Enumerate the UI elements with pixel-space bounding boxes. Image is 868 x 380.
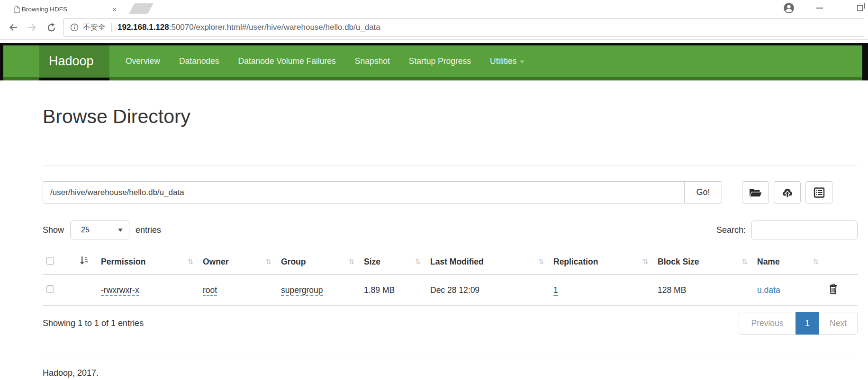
footer-divider — [43, 356, 858, 356]
search-group: Search: — [716, 221, 858, 239]
header-replication[interactable]: Replication⇅ — [550, 250, 654, 274]
address-bar[interactable]: 不安全 192.168.1.128:50070/explorer.html#/u… — [63, 18, 864, 37]
tab-strip: Browsing HDFS × — [0, 0, 868, 16]
browser-toolbar: 不安全 192.168.1.128:50070/explorer.html#/u… — [0, 16, 868, 40]
hadoop-navbar-wrap: Hadoop Overview Datanodes Datanode Volum… — [0, 43, 868, 83]
header-actions — [824, 250, 858, 274]
sort-both-icon: ⇅ — [741, 257, 750, 266]
sorted-column-header[interactable] — [76, 250, 97, 274]
header-size[interactable]: Size⇅ — [360, 250, 426, 274]
browser-window: Browsing HDFS × — [0, 0, 868, 380]
chevron-down-icon — [520, 61, 524, 63]
page-size-select[interactable]: 25 — [70, 221, 129, 239]
group-value[interactable]: supergroup — [281, 285, 323, 296]
select-all-checkbox[interactable] — [46, 257, 54, 265]
nav-item-datanode-volume-failures[interactable]: Datanode Volume Failures — [229, 56, 345, 66]
nav-item-startup-progress[interactable]: Startup Progress — [399, 56, 480, 66]
size-value: 1.89 MB — [360, 274, 426, 306]
table-summary: Showing 1 to 1 of 1 entries — [43, 318, 144, 328]
url-text: 192.168.1.128:50070/explorer.html#/user/… — [118, 23, 380, 32]
reload-icon[interactable] — [43, 19, 59, 35]
sort-amount-icon — [80, 256, 88, 265]
last-modified-value: Dec 28 12:09 — [426, 274, 550, 306]
pagination: Previous 1 Next — [739, 312, 858, 335]
tab-title: Browsing HDFS — [22, 6, 110, 13]
restore-window-button[interactable] — [850, 0, 868, 16]
brand-hadoop[interactable]: Hadoop — [49, 45, 94, 77]
tab-close-icon[interactable]: × — [110, 5, 118, 13]
owner-value[interactable]: root — [203, 285, 217, 296]
sort-both-icon: ⇅ — [642, 257, 650, 266]
sort-both-icon: ⇅ — [265, 257, 273, 266]
divider — [43, 165, 858, 166]
new-tab-button[interactable] — [129, 3, 154, 14]
cut-paste-button[interactable] — [805, 181, 832, 203]
header-group[interactable]: Group⇅ — [277, 250, 360, 274]
select-caret-icon — [118, 229, 123, 232]
footer-text: Hadoop, 2017. — [43, 368, 858, 378]
select-all-header[interactable] — [43, 250, 76, 274]
header-permission[interactable]: Permission⇅ — [97, 250, 199, 274]
entries-label: entries — [136, 225, 161, 235]
page-title: Browse Directory — [43, 106, 858, 128]
pagination-next[interactable]: Next — [819, 312, 858, 335]
url-host: 192.168.1.128 — [118, 23, 169, 32]
forward-icon[interactable] — [24, 19, 40, 35]
nav-item-snapshot[interactable]: Snapshot — [345, 56, 399, 66]
profile-icon[interactable] — [783, 0, 795, 16]
url-path: :50070/explorer.html#/user/hive/warehous… — [169, 23, 380, 32]
navbar-bottom-strip — [3, 77, 862, 80]
go-button[interactable]: Go! — [684, 181, 722, 203]
content-container: Browse Directory Go! — [43, 106, 858, 378]
table-footer: Showing 1 to 1 of 1 entries Previous 1 N… — [43, 312, 858, 335]
nav-item-datanodes[interactable]: Datanodes — [170, 56, 229, 66]
delete-trash-icon[interactable] — [828, 283, 838, 294]
show-label: Show — [43, 225, 64, 235]
folder-open-icon — [749, 187, 762, 198]
sort-both-icon: ⇅ — [187, 257, 195, 266]
permission-value[interactable]: -rwxrwxr-x — [101, 285, 139, 296]
header-owner[interactable]: Owner⇅ — [199, 250, 277, 274]
minimize-button[interactable] — [810, 0, 829, 16]
page-favicon-icon — [13, 6, 20, 13]
page-size-value: 25 — [81, 226, 90, 234]
file-table: Permission⇅ Owner⇅ Group⇅ Size⇅ Last Mod… — [43, 250, 858, 306]
navbar-links: Overview Datanodes Datanode Volume Failu… — [116, 45, 534, 77]
browser-tab[interactable]: Browsing HDFS × — [10, 2, 123, 16]
header-block-size[interactable]: Block Size⇅ — [654, 250, 753, 274]
row-checkbox[interactable] — [46, 285, 54, 293]
back-icon[interactable] — [5, 19, 21, 35]
nav-item-utilities[interactable]: Utilities — [480, 56, 533, 66]
action-buttons — [742, 181, 832, 203]
sort-both-icon: ⇅ — [415, 257, 423, 266]
nav-item-overview[interactable]: Overview — [116, 56, 170, 66]
table-row: -rwxrwxr-x root supergroup 1.89 MB Dec 2… — [43, 274, 858, 306]
cloud-upload-icon — [781, 187, 794, 198]
list-alt-icon — [814, 187, 825, 198]
path-input[interactable] — [43, 181, 685, 203]
table-controls: Show 25 entries Search: — [43, 221, 858, 239]
block-size-value: 128 MB — [654, 274, 753, 306]
header-last-modified[interactable]: Last Modified⇅ — [426, 250, 550, 274]
sort-both-icon: ⇅ — [813, 257, 821, 266]
info-icon[interactable] — [70, 23, 79, 32]
sort-both-icon: ⇅ — [538, 257, 546, 266]
pagination-page-1[interactable]: 1 — [796, 312, 819, 335]
show-entries-group: Show 25 entries — [43, 221, 161, 239]
omnibox-separator — [111, 23, 112, 32]
file-link[interactable]: u.data — [757, 285, 780, 295]
search-input[interactable] — [751, 221, 858, 239]
hadoop-navbar: Hadoop Overview Datanodes Datanode Volum… — [0, 43, 868, 80]
path-row: Go! — [43, 181, 858, 203]
table-header-row: Permission⇅ Owner⇅ Group⇅ Size⇅ Last Mod… — [43, 250, 858, 274]
create-directory-button[interactable] — [742, 181, 769, 203]
security-label: 不安全 — [83, 23, 106, 33]
replication-value[interactable]: 1 — [553, 285, 558, 296]
pagination-previous[interactable]: Previous — [739, 312, 796, 335]
header-name[interactable]: Name⇅ — [753, 250, 824, 274]
upload-file-button[interactable] — [774, 181, 801, 203]
search-label: Search: — [716, 225, 746, 235]
sort-both-icon: ⇅ — [348, 257, 356, 266]
